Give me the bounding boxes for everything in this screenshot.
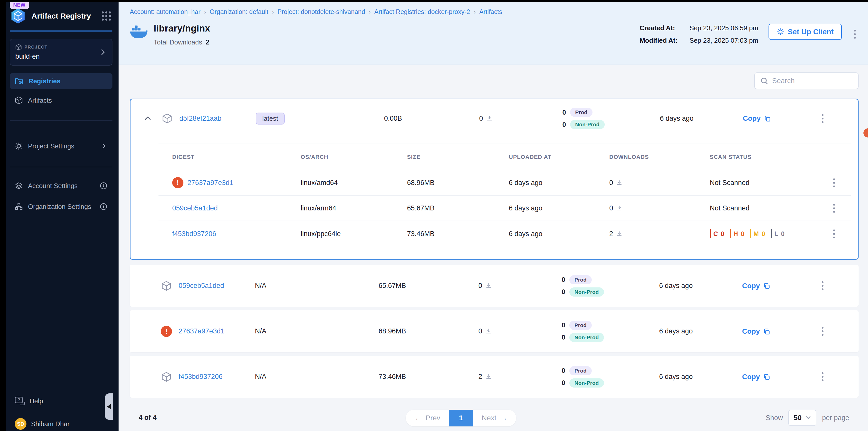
app-title: Artifact Registry [32,12,97,20]
page-1-button[interactable]: 1 [449,410,473,426]
project-cube-icon [15,44,22,51]
project-name: build-en [15,53,99,61]
scan-status: Not Scanned [710,179,816,187]
digest-link[interactable]: 27637a97e3d1 [187,179,233,187]
version-updated: 6 days ago [659,327,693,335]
version-card: 27637a97e3d1 N/A 68.96MB 0 0Prod 0Non-Pr… [130,310,859,352]
sidebar: NEW Artifact Registry PROJECT build-en [6,0,119,431]
sidebar-item-registries[interactable]: Registries [10,73,113,89]
avatar: SD [15,418,27,430]
version-digest-link[interactable]: 059ceb5a1ded [179,282,224,290]
sidebar-item-project-settings[interactable]: Project Settings [10,138,113,154]
help-item[interactable]: Help [10,393,113,409]
severity-low: L0 [771,229,785,238]
breadcrumb-project[interactable]: Project: donotdelete-shivanand [278,8,365,15]
app-switcher-icon[interactable] [102,11,111,21]
sidebar-divider [10,121,113,121]
copy-button[interactable]: Copy [720,327,792,335]
digest-kebab-menu[interactable] [831,201,837,215]
prod-pill: Prod [570,108,592,117]
page-header: Account: automation_har› Organization: d… [119,2,868,65]
show-label: Show [766,414,783,422]
prev-page-button[interactable]: Prev [406,414,449,422]
version-kebab-menu[interactable] [819,111,826,126]
search-input[interactable] [772,77,852,85]
result-count: 4 of 4 [138,414,157,422]
col-digest: DIGEST [172,154,301,160]
project-selector[interactable]: PROJECT build-en [10,39,113,66]
version-kebab-menu[interactable] [819,279,826,293]
modified-at-value: Sep 23, 2025 07:03 pm [689,37,758,44]
sidebar-item-artifacts[interactable]: Artifacts [10,93,113,108]
version-size: 73.46MB [378,373,406,381]
version-digest-link[interactable]: f453bd937206 [179,373,223,380]
version-row-expanded: d5f28ef21aab latest 0.00B 0 0 Prod 0 Non… [130,99,858,137]
copy-button[interactable]: Copy [720,282,792,290]
nonprod-count: 0 [561,121,566,129]
breadcrumb-account[interactable]: Account: automation_har [130,8,200,15]
scan-status: Not Scanned [710,204,816,212]
info-icon[interactable] [100,182,107,190]
version-digest-link[interactable]: d5f28ef21aab [179,114,221,122]
col-uploaded-at: UPLOADED AT [509,154,609,160]
warning-icon [161,326,172,337]
artifact-registry-logo-icon [10,8,27,24]
version-kebab-menu[interactable] [819,324,826,338]
pager: Prev 1 Next [406,410,516,426]
breadcrumb-organization[interactable]: Organization: default [210,8,269,15]
copy-button[interactable]: Copy [721,114,793,123]
page-size-select[interactable]: 50 [788,410,816,426]
nonprod-pill: Non-Prod [569,288,604,297]
prod-pill: Prod [569,275,592,285]
download-icon [616,180,622,186]
version-tag: N/A [255,327,339,335]
page-size-group: Show 50 per page [766,410,849,426]
version-kebab-menu[interactable] [819,370,826,384]
nonprod-count: 0 [560,379,565,387]
breadcrumb-artifacts[interactable]: Artifacts [479,8,502,15]
prod-count: 0 [561,108,566,117]
setup-client-button[interactable]: Set Up Client [769,24,842,40]
user-menu[interactable]: SD Shibam Dhar [10,417,113,431]
header-kebab-menu[interactable] [851,27,858,41]
artifacts-icon [15,96,23,104]
version-size: 0.00B [384,114,402,123]
info-icon[interactable] [100,203,107,210]
sidebar-item-account-settings[interactable]: Account Settings [10,178,113,194]
artifact-title-block: library/nginx Total Downloads2 [154,23,210,46]
breadcrumb-registry[interactable]: Artifact Registries: docker-proxy-2 [374,8,470,15]
copy-button[interactable]: Copy [720,373,792,381]
version-downloads: 0 [446,114,525,123]
digest-row: 059ceb5a1ded linux/arm64 65.67MB 6 days … [158,196,851,221]
main-content: Account: automation_har› Organization: d… [119,0,868,431]
digest-kebab-menu[interactable] [831,176,837,190]
next-page-button[interactable]: Next [473,414,516,422]
nonprod-pill: Non-Prod [569,333,604,342]
version-card: 059ceb5a1ded N/A 65.67MB 0 0Prod 0Non-Pr… [130,265,859,307]
scan-severity-badges: C0 H0 M0 L0 [710,229,816,238]
version-row: f453bd937206 N/A 73.46MB 2 0Prod 0Non-Pr… [130,356,859,398]
version-digest-link[interactable]: 27637a97e3d1 [179,327,224,335]
artifact-meta: Created At: Sep 23, 2025 06:59 pm Modifi… [640,24,758,49]
severity-high: H0 [730,229,745,238]
registries-icon [15,77,23,86]
breadcrumb-separator: › [204,8,206,15]
breadcrumb: Account: automation_har› Organization: d… [130,8,858,15]
collapse-chevron-icon[interactable] [141,114,155,122]
digest-link[interactable]: f453bd937206 [172,230,216,238]
left-edge [0,0,6,431]
digest-link[interactable]: 059ceb5a1ded [172,204,218,212]
digest-row: f453bd937206 linux/ppc64le 73.46MB 6 day… [158,221,851,246]
digest-os-arch: linux/amd64 [301,179,407,187]
version-updated: 6 days ago [659,373,693,381]
toolbar [130,72,859,89]
copy-icon [763,373,770,380]
digest-kebab-menu[interactable] [831,227,837,241]
sidebar-item-organization-settings[interactable]: Organization Settings [10,199,113,214]
version-deployments: 0Prod 0Non-Prod [525,321,631,342]
chevron-right-icon [99,48,107,56]
digest-downloads: 0 [609,179,710,187]
prod-count: 0 [560,276,565,284]
version-updated: 6 days ago [660,114,693,123]
sidebar-collapse-handle[interactable] [105,393,113,420]
